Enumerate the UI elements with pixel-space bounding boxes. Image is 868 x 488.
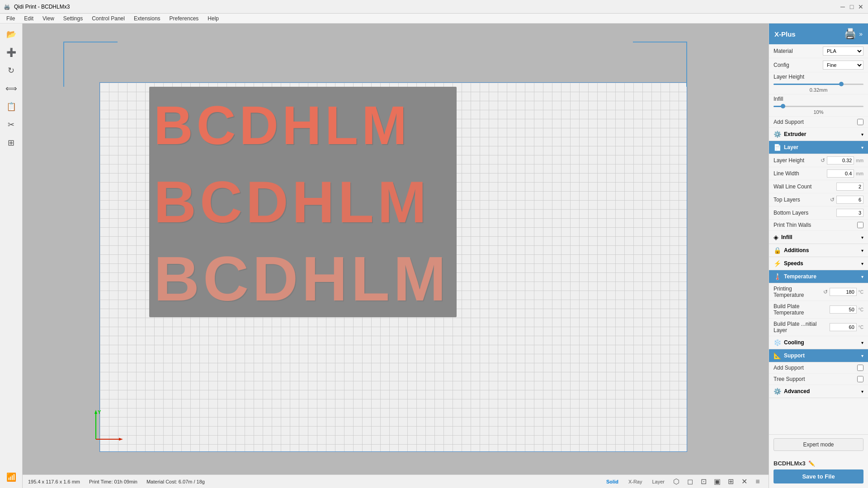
temperature-section-left: 🌡️ Temperature <box>774 273 816 280</box>
main: 📂 ➕ ↻ ⟺ 📋 ✂ ⊞ 📶 B C D H L <box>0 23 868 488</box>
bottom-layers-control <box>836 209 863 217</box>
layer-height-unit: mm <box>856 158 863 163</box>
temperature-section-title: Temperature <box>784 273 816 280</box>
side-view-button[interactable]: ▣ <box>712 476 722 487</box>
tree-support-checkbox[interactable] <box>857 376 863 382</box>
layer-height-input[interactable] <box>827 156 854 164</box>
config-select[interactable]: Fine Normal Draft <box>823 61 863 70</box>
view-xray-button[interactable]: X-Ray <box>625 478 646 485</box>
camera-button[interactable]: ⊞ <box>725 476 736 487</box>
infill-track[interactable] <box>774 103 863 109</box>
printing-temp-input[interactable] <box>830 288 857 296</box>
reset-view-button[interactable]: ✕ <box>739 476 750 487</box>
support-add-checkbox[interactable] <box>857 365 863 371</box>
build-plate-temp-control: °C <box>830 305 863 314</box>
layer-section-header[interactable]: 📄 Layer ▾ <box>769 141 868 154</box>
bottom-layers-input[interactable] <box>836 209 863 217</box>
arrange-button[interactable]: ⊞ <box>3 135 19 151</box>
close-button[interactable]: ✕ <box>857 3 864 10</box>
letter-D-3: D <box>252 247 298 310</box>
add-object-button[interactable]: ➕ <box>3 44 19 61</box>
support-section-header[interactable]: 📐 Support ▾ <box>769 349 868 362</box>
layer-height-track[interactable] <box>774 81 863 87</box>
menu-preferences[interactable]: Preferences <box>165 14 203 23</box>
svg-text:Y: Y <box>98 409 101 415</box>
open-file-button[interactable]: 📂 <box>3 26 19 42</box>
print-thin-walls-row: Print Thin Walls <box>769 220 868 231</box>
build-plate-initial-control: °C <box>830 323 863 331</box>
letter-L-1: L <box>325 98 358 152</box>
menu-control-panel[interactable]: Control Panel <box>87 14 129 23</box>
infill-chevron-icon: ▾ <box>861 235 863 240</box>
wifi-button[interactable]: 📶 <box>3 469 19 485</box>
menu-extensions[interactable]: Extensions <box>129 14 165 23</box>
layer-section-title: Layer <box>784 144 798 150</box>
infill-section-header[interactable]: ◈ Infill ▾ <box>769 231 868 244</box>
support-section-left: 📐 Support <box>774 352 805 359</box>
menu-view[interactable]: View <box>38 14 59 23</box>
material-select[interactable]: PLA ABS PETG TPU <box>823 47 863 56</box>
letter-H-1: H <box>282 98 321 152</box>
printing-temp-control: ↺ °C <box>823 288 863 296</box>
top-layers-reset-button[interactable]: ↺ <box>830 197 835 203</box>
letter-row-3: B C D H L M <box>149 240 457 317</box>
front-view-button[interactable]: ◻ <box>684 476 695 487</box>
panel-header: X-Plus 🖨️ » <box>769 23 868 44</box>
letter-B-1: B <box>154 98 193 152</box>
infill-slider-label: Infill <box>774 96 863 102</box>
viewport[interactable]: B C D H L M B C D H L M B C <box>23 23 769 488</box>
infill-icon: ◈ <box>774 234 778 241</box>
titlebar-controls: ─ □ ✕ <box>839 3 864 10</box>
additions-section-title: Additions <box>784 247 809 253</box>
layer-icon: 📄 <box>774 144 781 151</box>
speeds-section-header[interactable]: ⚡ Speeds ▾ <box>769 257 868 270</box>
cooling-section-header[interactable]: ❄️ Cooling ▾ <box>769 336 868 349</box>
maximize-button[interactable]: □ <box>848 3 855 10</box>
line-width-input[interactable] <box>827 169 854 178</box>
save-area: Save to File <box>769 469 868 488</box>
save-to-file-button[interactable]: Save to File <box>774 469 863 483</box>
printer-name: X-Plus <box>774 30 796 38</box>
extruder-section-header[interactable]: ⚙️ Extruder ▾ <box>769 128 868 141</box>
temperature-section-header[interactable]: 🌡️ Temperature ▾ <box>769 270 868 283</box>
add-support-checkbox[interactable] <box>857 119 863 125</box>
layers-button[interactable]: 📋 <box>3 99 19 115</box>
letter-B-3: B <box>154 247 199 310</box>
wall-line-count-input[interactable] <box>836 183 863 191</box>
minimize-button[interactable]: ─ <box>839 3 846 10</box>
menu-file[interactable]: File <box>2 14 19 23</box>
menu-help[interactable]: Help <box>203 14 223 23</box>
status-info: 195.4 x 117.6 x 1.6 mm Print Time: 01h 0… <box>28 479 205 484</box>
corner-line-top-left <box>63 42 118 87</box>
layer-height-reset-button[interactable]: ↺ <box>821 157 825 164</box>
print-thin-walls-checkbox[interactable] <box>857 222 863 228</box>
line-width-unit: mm <box>856 171 863 176</box>
layer-height-row: Layer Height ↺ mm <box>769 154 868 167</box>
3d-model-overlay[interactable]: B C D H L M B C D H L M B C <box>149 87 457 317</box>
layers-view-button[interactable]: ≡ <box>752 476 763 487</box>
view-layer-button[interactable]: Layer <box>648 478 668 485</box>
infill-thumb[interactable] <box>781 104 785 108</box>
letter-M-1: M <box>362 98 407 152</box>
layer-height-label: Layer Height <box>774 157 821 164</box>
menu-settings[interactable]: Settings <box>59 14 87 23</box>
top-layers-input[interactable] <box>836 196 863 204</box>
edit-filename-icon[interactable]: ✏️ <box>808 460 815 467</box>
support-add-row: Add Support <box>769 362 868 374</box>
advanced-section-header[interactable]: ⚙️ Advanced ▾ <box>769 385 868 398</box>
view-solid-button[interactable]: Solid <box>603 478 622 485</box>
panel-expand-button[interactable]: » <box>859 28 863 40</box>
additions-section-header[interactable]: 🔒 Additions ▾ <box>769 244 868 257</box>
mirror-tool-button[interactable]: ⟺ <box>3 80 19 97</box>
build-plate-temp-input[interactable] <box>830 305 857 314</box>
menu-edit[interactable]: Edit <box>19 14 38 23</box>
build-plate-initial-input[interactable] <box>830 323 857 331</box>
layer-height-thumb[interactable] <box>839 82 844 86</box>
3d-view-button[interactable]: ⬡ <box>671 476 682 487</box>
build-plate-temp-label: Build Plate Temperature <box>774 303 830 316</box>
top-view-button[interactable]: ⊡ <box>698 476 709 487</box>
printing-temp-reset-button[interactable]: ↺ <box>823 289 828 295</box>
cut-tool-button[interactable]: ✂ <box>3 117 19 133</box>
rotate-tool-button[interactable]: ↻ <box>3 62 19 79</box>
expert-mode-button[interactable]: Expert mode <box>774 438 863 451</box>
